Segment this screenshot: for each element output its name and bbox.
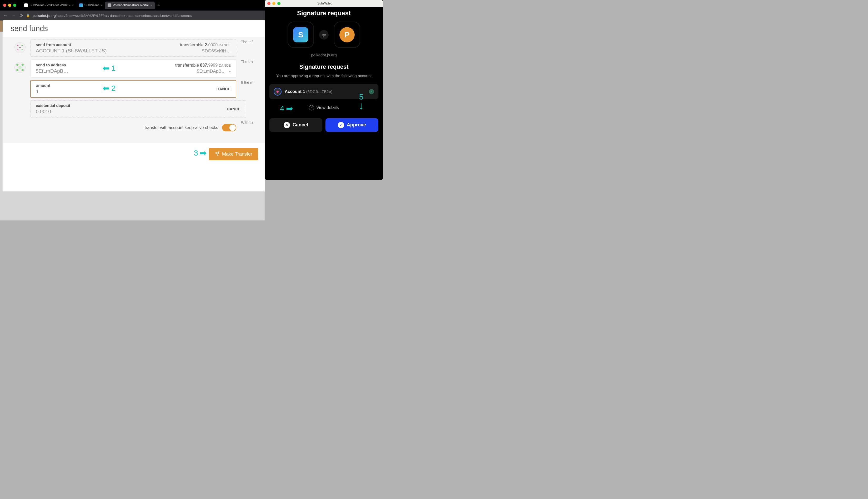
to-value: 5EtLmDApB… (36, 68, 68, 74)
close-icon: ✕ (284, 122, 290, 128)
popup-traffic-lights[interactable] (267, 2, 280, 5)
url-bar: ← → ⟳ 🔒 polkadot.js.org/apps/?rpc=wss%3A… (0, 11, 265, 21)
polkadot-icon: P (339, 27, 355, 42)
close-window-icon[interactable] (3, 4, 6, 7)
new-tab-button[interactable]: + (158, 3, 160, 8)
traffic-lights[interactable] (3, 4, 16, 7)
toggle-knob (229, 124, 236, 131)
minimize-window-icon[interactable] (272, 2, 276, 5)
to-help-text: The b when (241, 59, 253, 64)
from-help-text: The tr fees) (241, 39, 253, 45)
existential-deposit-field: existential deposit 0.0010 DANCE (30, 100, 246, 118)
modal-body: send from account ACCOUNT 1 (SUBWALLET-J… (3, 37, 265, 143)
tab-title: SubWallet - Polkadot Wallet - (29, 3, 70, 7)
amount-help-text: If the more sendi the a (241, 80, 253, 85)
request-origin: polkadot.js.org (269, 53, 378, 57)
from-label: send from account (36, 42, 106, 47)
approve-button[interactable]: ✓ Approve (326, 118, 378, 132)
amount-value: 1 (36, 89, 50, 95)
browser-window: SubWallet - Polkadot Wallet - × SubWalle… (0, 0, 265, 220)
favicon-icon (24, 3, 28, 7)
modal-footer: 3➡ Make Transfer (3, 143, 265, 165)
make-transfer-label: Make Transfer (222, 151, 252, 157)
send-icon (215, 151, 219, 157)
chevron-down-icon: ▾ (229, 70, 231, 73)
maximize-window-icon[interactable] (13, 4, 16, 7)
favicon-icon (79, 3, 83, 7)
subwallet-popup: SubWallet Signature request S ⇄ P polkad… (265, 0, 383, 180)
signing-account-card[interactable]: Account 1 (5DG6…7B2e) ✓ (269, 84, 378, 99)
annotation-3: 3➡ (194, 148, 207, 158)
to-row: send to address 5EtLmDApB… transferrable… (14, 59, 253, 77)
external-link-icon: ↗ (309, 105, 314, 110)
to-label: send to address (36, 63, 68, 67)
tab-title: Polkadot/Substrate Portal (113, 3, 149, 7)
url-field[interactable]: polkadot.js.org/apps/?rpc=wss%3A%2F%2Ffr… (33, 14, 191, 17)
wallet-app-icon-wrap: S (288, 22, 314, 48)
existential-label: existential deposit (36, 103, 70, 108)
approve-label: Approve (347, 122, 366, 128)
from-identicon-icon (14, 42, 26, 53)
from-address-short: 5DG6SxKiH… (180, 48, 231, 54)
popup-window-title: SubWallet (280, 2, 368, 5)
existential-row: existential deposit 0.0010 DANCE x (14, 100, 253, 118)
amount-row: amount 1 DANCE If the more sendi the a ⬅… (14, 80, 253, 98)
account-name: Account 1 (285, 89, 305, 94)
dapp-icon-wrap: P (334, 22, 360, 48)
close-window-icon[interactable] (267, 2, 271, 5)
amount-field[interactable]: amount 1 DANCE (30, 80, 236, 98)
check-icon: ✓ (369, 89, 374, 94)
close-tab-icon[interactable]: × (72, 3, 74, 8)
amount-unit: DANCE (216, 87, 230, 91)
maximize-window-icon[interactable] (277, 2, 280, 5)
view-details-label: View details (316, 105, 339, 110)
amount-label: amount (36, 83, 50, 88)
tab-polkadot-portal[interactable]: Polkadot/Substrate Portal × (105, 2, 155, 9)
signature-request-title: Signature request (269, 10, 378, 17)
make-transfer-button[interactable]: Make Transfer (209, 148, 258, 160)
modal-overlay: send funds send from account ACCOUNT 1 (… (0, 20, 265, 220)
swap-icon: ⇄ (319, 30, 329, 39)
account-identicon-icon (274, 88, 281, 96)
reload-icon[interactable]: ⟳ (18, 13, 24, 18)
to-address-dropdown[interactable]: 5EtLmDApB… ▾ (175, 69, 231, 74)
to-balance: transferrable 837.9999 DANCE (175, 63, 231, 68)
app-icons-row: S ⇄ P (269, 22, 378, 48)
send-funds-modal: send funds send from account ACCOUNT 1 (… (3, 20, 265, 192)
tab-subwallet[interactable]: SubWallet × (77, 2, 105, 9)
subwallet-icon: S (293, 27, 309, 42)
cancel-label: Cancel (292, 122, 308, 128)
minimize-window-icon[interactable] (8, 4, 11, 7)
keep-alive-toggle[interactable] (222, 124, 236, 131)
close-tab-icon[interactable]: × (150, 3, 152, 8)
close-tab-icon[interactable]: × (100, 3, 102, 8)
lock-icon[interactable]: 🔒 (26, 14, 30, 17)
modal-title: send funds (3, 20, 265, 37)
browser-titlebar: SubWallet - Polkadot Wallet - × SubWalle… (0, 0, 265, 11)
existential-unit: DANCE (227, 107, 241, 111)
back-icon[interactable]: ← (3, 13, 9, 18)
account-address: (5DG6…7B2e) (306, 89, 332, 94)
from-balance: transferrable 2.0000 DANCE (180, 42, 231, 47)
forward-icon[interactable]: → (11, 13, 16, 18)
to-identicon-icon (14, 62, 26, 73)
view-details-button[interactable]: ↗ View details (269, 105, 378, 110)
popup-titlebar: SubWallet (265, 0, 383, 7)
check-icon: ✓ (338, 122, 344, 128)
existential-value: 0.0010 (36, 109, 70, 114)
tabs-bar: SubWallet - Polkadot Wallet - × SubWalle… (22, 1, 265, 10)
to-address-field[interactable]: send to address 5EtLmDApB… transferrable… (30, 59, 236, 77)
keep-alive-label: transfer with account keep-alive checks (145, 125, 218, 130)
tab-subwallet-site[interactable]: SubWallet - Polkadot Wallet - × (22, 2, 77, 9)
cancel-button[interactable]: ✕ Cancel (269, 118, 322, 132)
favicon-icon (108, 3, 111, 7)
from-value: ACCOUNT 1 (SUBWALLET-JS) (36, 48, 106, 54)
signature-request-subtitle: Signature request (269, 63, 378, 70)
popup-actions: ✕ Cancel ✓ Approve (269, 118, 378, 132)
from-account-field[interactable]: send from account ACCOUNT 1 (SUBWALLET-J… (30, 39, 236, 57)
keep-alive-row: transfer with account keep-alive checks … (14, 120, 253, 135)
tab-title: SubWallet (85, 3, 99, 7)
popup-body: Signature request S ⇄ P polkadot.js.org … (265, 7, 383, 137)
signature-request-description: You are approving a request with the fol… (269, 73, 378, 79)
keep-alive-help-text: With t agains (241, 120, 253, 125)
